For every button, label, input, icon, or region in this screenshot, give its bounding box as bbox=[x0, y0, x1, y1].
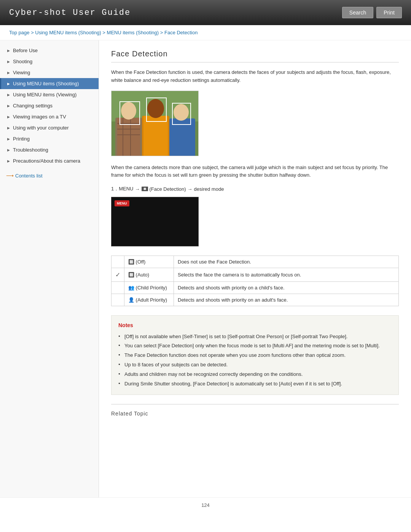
list-item: During Smile Shutter shooting, [Face Det… bbox=[118, 380, 392, 388]
arrow-right-icon: ⟶ bbox=[6, 173, 14, 179]
table-cell-desc: Detects and shoots with priority on a ch… bbox=[174, 282, 399, 294]
svg-point-12 bbox=[147, 99, 164, 118]
table-cell-icon: 🔲 (Auto) bbox=[124, 268, 174, 282]
arrow-icon: ▶ bbox=[7, 71, 10, 75]
breadcrumb-top[interactable]: Top page bbox=[9, 30, 30, 35]
icon-off: 🔲 (Off) bbox=[128, 259, 145, 265]
list-item: You can select [Face Detection] only whe… bbox=[118, 342, 392, 350]
icon-child-priority: 👥 (Child Priority) bbox=[128, 285, 167, 291]
breadcrumb-menu-items[interactable]: MENU items (Shooting) bbox=[107, 30, 159, 35]
breadcrumb-using-menu[interactable]: Using MENU items (Shooting) bbox=[35, 30, 101, 35]
sidebar-item-troubleshooting[interactable]: ▶ Troubleshooting bbox=[0, 144, 99, 155]
related-topic: Related Topic bbox=[111, 404, 399, 417]
sidebar-item-label: Using MENU items (Shooting) bbox=[13, 81, 79, 86]
arrow-symbol-2: → bbox=[188, 186, 193, 192]
table-row: 👤 (Adult Priority) Detects and shoots wi… bbox=[112, 294, 399, 306]
sidebar-item-viewing[interactable]: ▶ Viewing bbox=[0, 67, 99, 78]
sidebar-item-precautions[interactable]: ▶ Precautions/About this camera bbox=[0, 155, 99, 166]
table-row: 👥 (Child Priority) Detects and shoots wi… bbox=[112, 282, 399, 294]
checkmark-icon: ✓ bbox=[115, 272, 120, 278]
svg-rect-13 bbox=[169, 118, 195, 156]
arrow-icon: ▶ bbox=[7, 148, 10, 152]
notes-box: Notes [Off] is not available when [Self-… bbox=[111, 315, 399, 395]
arrow-icon: ▶ bbox=[7, 137, 10, 141]
arrow-icon: ▶ bbox=[7, 49, 10, 53]
table-cell-check: ✓ bbox=[112, 268, 124, 282]
sidebar-item-shooting[interactable]: ▶ Shooting bbox=[0, 56, 99, 67]
print-button[interactable]: Print bbox=[376, 7, 402, 18]
sidebar-item-using-menu-shooting[interactable]: ▶ Using MENU items (Shooting) bbox=[0, 78, 99, 89]
sidebar-item-using-computer[interactable]: ▶ Using with your computer bbox=[0, 122, 99, 133]
page-title: Face Detection bbox=[111, 50, 399, 62]
menu-instruction: 1．MENU → 🔲 (Face Detection) → desired mo… bbox=[111, 185, 399, 192]
table-cell-desc: Does not use the Face Detection. bbox=[174, 256, 399, 268]
app-title: Cyber-shot User Guide bbox=[9, 8, 131, 18]
face-detection-icon: 🔲 bbox=[142, 187, 148, 191]
arrow-icon: ▶ bbox=[7, 82, 10, 86]
table-cell-desc: Detects and shoots with priority on an a… bbox=[174, 294, 399, 306]
icon-auto: 🔲 (Auto) bbox=[128, 272, 149, 278]
face-detection-photo bbox=[111, 91, 199, 156]
table-row: ✓ 🔲 (Auto) Selects the face the camera i… bbox=[112, 268, 399, 282]
page-number: 124 bbox=[201, 502, 210, 508]
sidebar-item-viewing-images-tv[interactable]: ▶ Viewing images on a TV bbox=[0, 111, 99, 122]
contents-link-label: Contents list bbox=[15, 173, 43, 179]
menu-button-red: MENU bbox=[115, 200, 129, 206]
list-item: [Off] is not available when [Self-Timer]… bbox=[118, 333, 392, 341]
sidebar-item-printing[interactable]: ▶ Printing bbox=[0, 133, 99, 144]
page-layout: ▶ Before Use ▶ Shooting ▶ Viewing ▶ Usin… bbox=[0, 40, 411, 497]
app-header: Cyber-shot User Guide Search Print bbox=[0, 0, 411, 25]
desc-paragraph: When the camera detects more than one su… bbox=[111, 164, 399, 180]
breadcrumb-current: Face Detection bbox=[164, 30, 198, 35]
notes-list: [Off] is not available when [Self-Timer]… bbox=[118, 333, 392, 388]
header-actions: Search Print bbox=[342, 7, 402, 18]
table-cell-icon: 🔲 (Off) bbox=[124, 256, 174, 268]
photo-svg bbox=[112, 91, 199, 156]
table-cell-check bbox=[112, 256, 124, 268]
options-table: 🔲 (Off) Does not use the Face Detection.… bbox=[111, 256, 399, 306]
list-item: Up to 8 faces of your subjects can be de… bbox=[118, 361, 392, 369]
sidebar-item-before-use[interactable]: ▶ Before Use bbox=[0, 45, 99, 56]
sidebar-item-label: Viewing bbox=[13, 70, 30, 75]
photo-container bbox=[111, 91, 399, 156]
arrow-icon: ▶ bbox=[7, 104, 10, 108]
table-cell-check bbox=[112, 294, 124, 306]
search-button[interactable]: Search bbox=[342, 7, 373, 18]
contents-list-link[interactable]: ⟶ Contents list bbox=[0, 169, 99, 182]
arrow-symbol: → bbox=[135, 186, 140, 192]
sidebar-item-label: Changing settings bbox=[13, 103, 53, 109]
sidebar-item-using-menu-viewing[interactable]: ▶ Using MENU items (Viewing) bbox=[0, 89, 99, 100]
table-cell-check bbox=[112, 282, 124, 294]
sidebar-item-label: Viewing images on a TV bbox=[13, 114, 66, 120]
list-item: Adults and children may not be recognize… bbox=[118, 371, 392, 379]
svg-point-14 bbox=[174, 104, 189, 121]
sidebar-item-label: Using with your computer bbox=[13, 125, 69, 131]
sidebar-item-label: Before Use bbox=[13, 48, 38, 53]
icon-adult-priority: 👤 (Adult Priority) bbox=[128, 297, 167, 303]
table-cell-desc: Selects the face the camera is to automa… bbox=[174, 268, 399, 282]
sidebar-item-label: Shooting bbox=[13, 59, 32, 64]
menu-step-number: 1．MENU bbox=[111, 185, 134, 192]
list-item: The Face Detection function does not ope… bbox=[118, 351, 392, 359]
svg-point-9 bbox=[121, 102, 136, 120]
notes-title: Notes bbox=[118, 321, 392, 329]
sidebar: ▶ Before Use ▶ Shooting ▶ Viewing ▶ Usin… bbox=[0, 40, 99, 497]
sidebar-item-label: Precautions/About this camera bbox=[13, 158, 80, 164]
table-cell-icon: 👤 (Adult Priority) bbox=[124, 294, 174, 306]
table-cell-icon: 👥 (Child Priority) bbox=[124, 282, 174, 294]
menu-screenshot: MENU bbox=[111, 197, 199, 246]
table-row: 🔲 (Off) Does not use the Face Detection. bbox=[112, 256, 399, 268]
menu-step-suffix: (Face Detection) bbox=[150, 186, 186, 192]
arrow-icon: ▶ bbox=[7, 159, 10, 163]
arrow-icon: ▶ bbox=[7, 126, 10, 130]
sidebar-item-label: Printing bbox=[13, 136, 30, 142]
sidebar-item-label: Troubleshooting bbox=[13, 147, 48, 153]
main-content: Face Detection When the Face Detection f… bbox=[99, 40, 411, 497]
page-footer: 124 bbox=[0, 497, 411, 513]
arrow-icon: ▶ bbox=[7, 93, 10, 97]
intro-paragraph: When the Face Detection function is used… bbox=[111, 69, 399, 85]
sidebar-item-changing-settings[interactable]: ▶ Changing settings bbox=[0, 100, 99, 111]
sidebar-item-label: Using MENU items (Viewing) bbox=[13, 92, 76, 97]
arrow-icon: ▶ bbox=[7, 60, 10, 64]
breadcrumb: Top page > Using MENU items (Shooting) >… bbox=[0, 25, 411, 40]
